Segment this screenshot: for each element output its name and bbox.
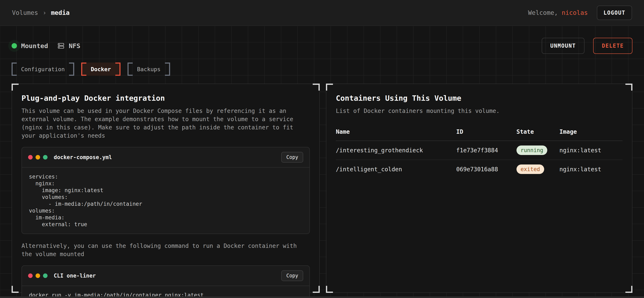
- driver-label: NFS: [69, 42, 80, 49]
- mounted-status-dot-icon: [12, 43, 17, 48]
- panel-corner-bracket-icon: [12, 84, 18, 91]
- panel-corner-bracket-icon: [326, 286, 333, 293]
- chevron-right-icon: ›: [42, 9, 46, 16]
- traffic-light-red-icon: [28, 155, 33, 159]
- panel-corner-bracket-icon: [326, 84, 333, 91]
- breadcrumb-volumes-link[interactable]: Volumes: [12, 9, 38, 16]
- cli-code-header: CLI one-liner Copy: [22, 266, 310, 286]
- containers-panel-subtitle: List of Docker containers mounting this …: [336, 107, 622, 115]
- cli-intro-text: Alternatively, you can use the following…: [22, 242, 310, 258]
- compose-code-header: docker-compose.yml Copy: [22, 147, 310, 167]
- traffic-light-red-icon: [28, 274, 33, 278]
- panels-row: Plug-and-play Docker integration This vo…: [12, 84, 632, 293]
- traffic-lights: [28, 155, 48, 159]
- container-image: nginx:latest: [560, 166, 622, 173]
- mounted-status: Mounted: [12, 42, 48, 49]
- panel-corner-bracket-icon: [12, 286, 18, 293]
- compose-filename: docker-compose.yml: [54, 154, 112, 160]
- containers-table: Name ID State Image /interesting_grothen…: [336, 126, 622, 178]
- compose-copy-button[interactable]: Copy: [281, 152, 303, 163]
- traffic-light-amber-icon: [36, 274, 40, 278]
- container-row: /interesting_grothendieck f1e73e7f3884 r…: [336, 141, 622, 160]
- containers-panel-title: Containers Using This Volume: [336, 94, 622, 102]
- traffic-light-amber-icon: [36, 155, 40, 159]
- containers-table-header: Name ID State Image: [336, 126, 622, 141]
- state-badge-exited: exited: [516, 164, 544, 174]
- volume-actions: UNMOUNT DELETE: [542, 38, 633, 54]
- panel-corner-bracket-icon: [313, 84, 320, 91]
- welcome-message: Welcome, nicolas: [528, 9, 588, 16]
- tab-bar: Configuration Docker Backups: [12, 63, 632, 76]
- column-header-image: Image: [560, 128, 622, 135]
- tab-docker[interactable]: Docker: [81, 63, 120, 76]
- top-bar-right: Welcome, nicolas LOGOUT: [528, 5, 632, 20]
- tab-configuration[interactable]: Configuration: [12, 63, 74, 76]
- username: nicolas: [562, 9, 588, 16]
- column-header-state: State: [516, 128, 560, 135]
- compose-code-block: docker-compose.yml Copy services: nginx:…: [22, 147, 310, 234]
- containers-panel: Containers Using This Volume List of Doc…: [326, 84, 632, 293]
- panel-corner-bracket-icon: [626, 286, 632, 293]
- welcome-prefix: Welcome,: [528, 9, 562, 16]
- compose-code-content: services: nginx: image: nginx:latest vol…: [22, 167, 310, 234]
- container-image: nginx:latest: [560, 147, 622, 154]
- traffic-light-green-icon: [43, 274, 48, 278]
- breadcrumb: Volumes › media: [12, 9, 70, 16]
- status-row: Mounted NFS UNMOUNT DELETE: [12, 26, 632, 54]
- traffic-lights: [28, 274, 48, 278]
- panel-corner-bracket-icon: [313, 286, 320, 293]
- container-id: 069e73016a88: [456, 166, 516, 173]
- unmount-button[interactable]: UNMOUNT: [542, 38, 585, 54]
- driver-status: NFS: [57, 42, 80, 49]
- column-header-name: Name: [336, 128, 456, 135]
- main-content: Mounted NFS UNMOUNT DELETE Configuration…: [0, 26, 644, 296]
- container-name: /interesting_grothendieck: [336, 147, 456, 154]
- server-stack-icon: [57, 42, 65, 49]
- delete-button[interactable]: DELETE: [593, 38, 632, 54]
- docker-integration-panel: Plug-and-play Docker integration This vo…: [12, 84, 320, 293]
- cli-title: CLI one-liner: [54, 273, 96, 279]
- panel-corner-bracket-icon: [626, 84, 632, 91]
- container-id: f1e73e7f3884: [456, 147, 516, 154]
- state-badge-running: running: [516, 146, 548, 155]
- volume-status: Mounted NFS: [12, 42, 80, 49]
- docker-panel-description: This volume can be used in your Docker C…: [22, 107, 310, 140]
- column-header-id: ID: [456, 128, 516, 135]
- cli-code-block: CLI one-liner Copy docker run -v im-medi…: [22, 265, 310, 298]
- container-row: /intelligent_colden 069e73016a88 exited …: [336, 160, 622, 178]
- top-bar: Volumes › media Welcome, nicolas LOGOUT: [0, 0, 644, 26]
- mounted-status-label: Mounted: [21, 42, 48, 49]
- bottom-section-edge: [0, 296, 644, 298]
- docker-panel-title: Plug-and-play Docker integration: [22, 94, 310, 102]
- logout-button[interactable]: LOGOUT: [597, 5, 632, 20]
- traffic-light-green-icon: [43, 155, 48, 159]
- container-name: /intelligent_colden: [336, 166, 456, 173]
- cli-copy-button[interactable]: Copy: [281, 270, 303, 281]
- breadcrumb-current-volume: media: [51, 9, 70, 16]
- tab-backups[interactable]: Backups: [128, 63, 170, 76]
